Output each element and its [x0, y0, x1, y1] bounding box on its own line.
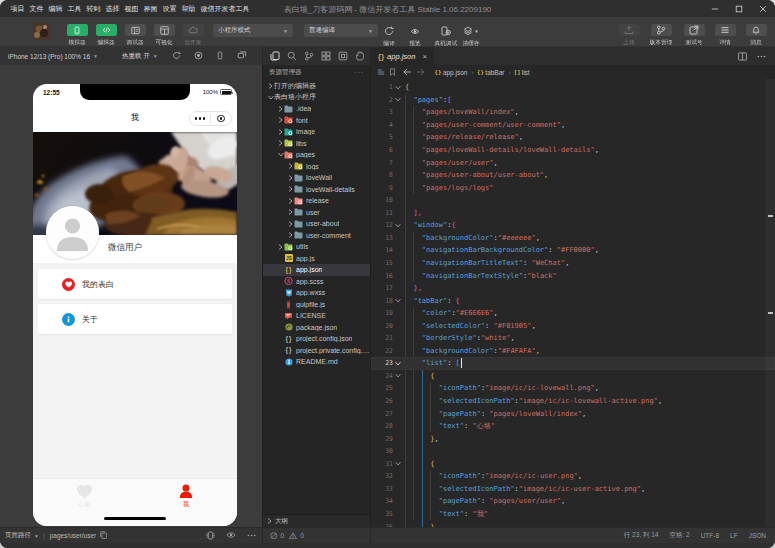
tree-item-user-about[interactable]: user-about	[263, 218, 370, 230]
language-mode[interactable]: JSON	[749, 532, 766, 539]
toolbar-details-button[interactable]: 详情	[714, 24, 736, 47]
tree-item-gulpfile.js[interactable]: gulpfile.js	[263, 299, 370, 311]
git-branch-icon[interactable]	[304, 47, 314, 65]
toolbar-refresh-button[interactable]: 编译	[383, 25, 395, 48]
tree-item-user-comment[interactable]: user-comment	[263, 230, 370, 242]
menu-转到[interactable]: 转到	[84, 0, 103, 17]
exit-miniprogram-button[interactable]	[211, 115, 231, 123]
tab-close-icon[interactable]: ×	[422, 52, 427, 61]
tree-item-pages[interactable]: pages	[263, 149, 370, 161]
arrow-left-icon[interactable]	[403, 68, 412, 77]
list-item-about[interactable]: 关于	[38, 304, 232, 334]
list-item-my-confession[interactable]: 我的表白	[38, 269, 232, 299]
multi-device-icon[interactable]	[237, 51, 247, 61]
outline-section[interactable]: 大纲	[263, 514, 370, 527]
phone-frame-icon[interactable]	[216, 51, 224, 61]
bookmark-icon[interactable]	[389, 68, 396, 77]
problems-bar[interactable]: 0 0	[262, 528, 370, 543]
breadcrumb-list[interactable]: [ ]list	[514, 69, 529, 76]
tree-item-.idea[interactable]: .idea	[263, 103, 370, 115]
list-icon[interactable]	[377, 68, 385, 77]
tree-item-release[interactable]: release	[263, 195, 370, 207]
tree-item-loveWall-details[interactable]: loveWall-details	[263, 184, 370, 196]
menu-选择[interactable]: 选择	[103, 0, 122, 17]
menu-界面[interactable]: 界面	[141, 0, 160, 17]
vconsole-bug-icon[interactable]	[206, 531, 215, 541]
tree-item-app.scss[interactable]: Sapp.scss	[263, 276, 370, 288]
toolbar-external-button[interactable]: 测试号	[683, 24, 705, 47]
toolbar-eye-button[interactable]: 预览	[409, 25, 421, 48]
profile-avatar[interactable]	[46, 206, 99, 259]
grid-icon[interactable]	[321, 47, 331, 65]
copy-path-icon[interactable]	[100, 531, 107, 540]
package-icon[interactable]	[338, 47, 348, 65]
tab-me[interactable]: 我	[135, 484, 237, 509]
toolbar-debugger-button[interactable]: 调试器	[124, 24, 146, 47]
tree-item-user[interactable]: user	[263, 207, 370, 219]
page-path-label[interactable]: 页面路径	[5, 531, 31, 540]
menu-视图[interactable]: 视图	[122, 0, 141, 17]
menu-文件[interactable]: 文件	[27, 0, 46, 17]
toolbar-clear-cache-button[interactable]: ▼ 清缓存	[462, 25, 480, 48]
tree-item-app.wxss[interactable]: Wapp.wxss	[263, 287, 370, 299]
code-editor[interactable]: 1{ 2 "pages":[ 3 "pages/loveWall/index",…	[371, 79, 775, 527]
tree-item-image[interactable]: image	[263, 126, 370, 138]
tree-item-app.js[interactable]: JSapp.js	[263, 253, 370, 265]
menu-帮助[interactable]: 帮助	[179, 0, 198, 17]
search-icon[interactable]	[287, 47, 297, 65]
tree-item-app.json[interactable]: { }app.json	[263, 264, 370, 276]
toolbar-phone-button[interactable]: 模拟器	[66, 24, 88, 47]
encoding[interactable]: UTF-8	[701, 532, 719, 539]
toolbar-upload-button[interactable]: 上传	[618, 24, 640, 47]
toolbar-layout-button[interactable]: 可视化	[153, 24, 175, 47]
cursor-position[interactable]: 行 23, 列 14	[624, 531, 659, 540]
menu-工具[interactable]: 工具	[65, 0, 84, 17]
menu-编辑[interactable]: 编辑	[46, 0, 65, 17]
compile-dropdown[interactable]: 普通编译▼	[304, 24, 378, 37]
tree-item-LICENSE[interactable]: LICENSE	[263, 310, 370, 322]
tree-item-[interactable]: 表白墙小程序	[263, 92, 370, 104]
toolbar-branch-button[interactable]: 版本管理	[650, 24, 672, 47]
tree-item-project.private.config.js[interactable]: { }project.private.config.js…	[263, 345, 370, 357]
split-editor-icon[interactable]	[738, 47, 747, 65]
tree-item-package.json[interactable]: package.json	[263, 322, 370, 334]
tree-item-project.config.json[interactable]: { }project.config.json	[263, 333, 370, 345]
maximize-button[interactable]	[727, 0, 751, 17]
arrow-right-icon[interactable]	[416, 68, 425, 77]
eol-setting[interactable]: LF	[730, 532, 738, 539]
menu-微信开发者工具[interactable]: 微信开发者工具	[198, 0, 252, 17]
toolbar-device-debug-button[interactable]: 真机调试	[434, 25, 458, 48]
toolbar-code-button[interactable]: 编辑器	[95, 24, 117, 47]
tree-item-libs[interactable]: libs	[263, 138, 370, 150]
tree-item-font[interactable]: font	[263, 115, 370, 127]
menu-项目[interactable]: 项目	[8, 0, 27, 17]
record-icon[interactable]	[194, 51, 203, 61]
breadcrumb-app.json[interactable]: { }app.json	[435, 69, 467, 76]
breadcrumb-tabBar[interactable]: { }tabBar	[477, 69, 504, 76]
tab-app-json[interactable]: { } app.json ×	[371, 47, 434, 65]
hot-reload-toggle[interactable]: 热重载 开▼	[122, 52, 158, 61]
menu-设置[interactable]: 设置	[160, 0, 179, 17]
more-menu-button[interactable]	[190, 117, 210, 119]
editor-more-icon[interactable]	[757, 47, 766, 65]
tree-item-[interactable]: 打开的编辑器	[263, 80, 370, 92]
indent-setting[interactable]: 空格: 2	[669, 531, 689, 540]
device-selector[interactable]: iPhone 12/13 (Pro) 100% 16▼	[8, 53, 98, 60]
minimize-button[interactable]	[703, 0, 727, 17]
preview-eye-icon[interactable]	[226, 531, 236, 540]
tree-item-README.md[interactable]: README.md	[263, 356, 370, 368]
editor-scrollbar[interactable]	[765, 79, 775, 527]
tab-heart-wall[interactable]: 心墙	[33, 484, 135, 509]
rotate-icon[interactable]	[172, 51, 181, 61]
tree-item-logs[interactable]: logs	[263, 161, 370, 173]
user-avatar[interactable]	[33, 23, 49, 39]
toolbar-cloud-button[interactable]: 云开发	[182, 24, 204, 47]
tree-item-loveWall[interactable]: loveWall	[263, 172, 370, 184]
files-icon[interactable]	[270, 47, 280, 65]
explorer-more-icon[interactable]: ···	[355, 69, 365, 76]
hand-icon[interactable]	[355, 47, 365, 65]
mode-dropdown[interactable]: 小程序模式▼	[213, 24, 293, 37]
tree-item-utils[interactable]: utils	[263, 241, 370, 253]
toolbar-bell-button[interactable]: 消息	[745, 24, 767, 47]
more-icon[interactable]	[247, 531, 256, 541]
